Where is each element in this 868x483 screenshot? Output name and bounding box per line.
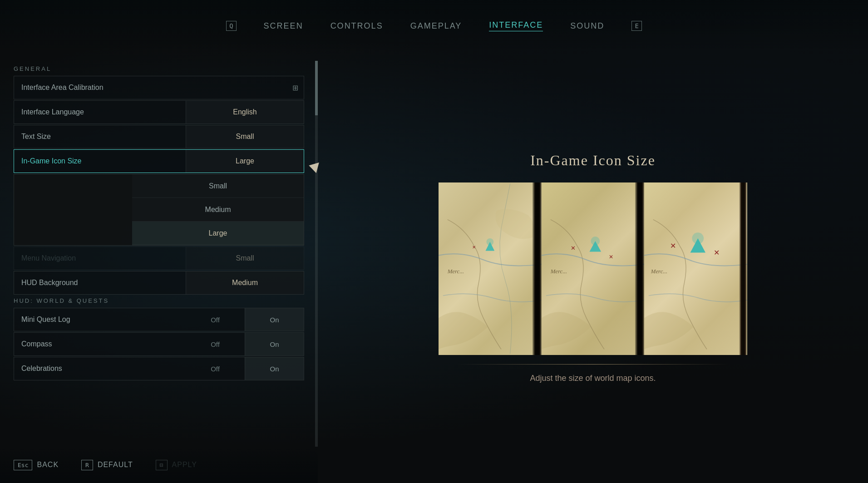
preview-description: Adjust the size of world map icons. bbox=[530, 374, 656, 383]
nav-item-controls[interactable]: Controls bbox=[330, 21, 383, 31]
setting-value-text-size: Small bbox=[186, 125, 304, 148]
map-preview: Merc... ✕ bbox=[439, 182, 747, 355]
setting-label-text-size: Text Size bbox=[14, 133, 186, 141]
setting-label-interface-lang: Interface Language bbox=[14, 108, 186, 116]
toggle-on-mini-quest[interactable]: On bbox=[245, 308, 304, 331]
nav-left-bracket: Q bbox=[226, 21, 236, 31]
toggle-on-celebrations[interactable]: On bbox=[245, 357, 304, 380]
setting-row-interface-lang[interactable]: Interface Language English bbox=[14, 100, 304, 124]
preview-panel: In-Game Icon Size bbox=[318, 52, 868, 483]
svg-text:✕: ✕ bbox=[609, 254, 613, 260]
map-panel-small: Merc... ✕ bbox=[439, 182, 542, 355]
nav-item-interface[interactable]: Interface bbox=[489, 20, 543, 31]
setting-row-text-size[interactable]: Text Size Small bbox=[14, 125, 304, 148]
apply-button[interactable]: ⊟ Apply bbox=[156, 460, 197, 470]
toggle-label-mini-quest: Mini Quest Log bbox=[14, 315, 186, 324]
svg-text:✕: ✕ bbox=[714, 249, 720, 256]
scrollbar-thumb[interactable] bbox=[315, 61, 318, 115]
map-bg-large: Merc... ✕ ✕ bbox=[644, 182, 747, 355]
setting-label-hud-bg: HUD Background bbox=[14, 279, 186, 287]
map-panel-large: Merc... ✕ ✕ bbox=[644, 182, 747, 355]
svg-point-6 bbox=[591, 237, 600, 246]
setting-label-interface-area: Interface Area Calibration bbox=[14, 84, 292, 92]
toggle-row-mini-quest[interactable]: Mini Quest Log Off On bbox=[14, 308, 304, 331]
panel-divider-1 bbox=[533, 182, 542, 355]
setting-value-hud-bg: Medium bbox=[186, 271, 304, 294]
toggle-off-mini-quest: Off bbox=[186, 316, 245, 324]
panel-divider-2 bbox=[635, 182, 644, 355]
left-bracket-key[interactable]: Q bbox=[226, 21, 236, 31]
setting-label-menu-nav: Menu Navigation bbox=[14, 254, 186, 262]
svg-text:Merc...: Merc... bbox=[447, 268, 464, 274]
default-key: R bbox=[81, 460, 93, 470]
nav-item-gameplay[interactable]: Gameplay bbox=[410, 21, 462, 31]
preview-separator bbox=[457, 364, 729, 365]
apply-key: ⊟ bbox=[156, 460, 168, 470]
apply-label: Apply bbox=[172, 461, 197, 469]
calibration-icon: ⊞ bbox=[292, 84, 304, 92]
back-label: Back bbox=[37, 461, 59, 469]
dropdown-option-large[interactable]: Large bbox=[132, 222, 304, 245]
setting-row-hud-bg[interactable]: HUD Background Medium bbox=[14, 271, 304, 295]
setting-value-interface-lang: English bbox=[186, 101, 304, 123]
setting-row-interface-area[interactable]: Interface Area Calibration ⊞ bbox=[14, 76, 304, 99]
default-button[interactable]: R Default bbox=[81, 460, 133, 470]
toggle-off-compass: Off bbox=[186, 340, 245, 348]
nav-item-screen[interactable]: Screen bbox=[264, 21, 303, 31]
section-hud-label: HUD: World & Quests bbox=[14, 297, 304, 304]
scrollbar[interactable] bbox=[315, 61, 318, 447]
toggle-label-compass: Compass bbox=[14, 340, 186, 348]
preview-title: In-Game Icon Size bbox=[530, 152, 656, 169]
back-key: Esc bbox=[14, 460, 32, 470]
dropdown-option-medium[interactable]: Medium bbox=[132, 198, 304, 222]
map-bg-medium: Merc... ✕ ✕ bbox=[542, 182, 645, 355]
svg-text:Merc...: Merc... bbox=[550, 268, 567, 274]
svg-text:✕: ✕ bbox=[571, 244, 576, 251]
nav-right-bracket: E bbox=[631, 21, 641, 31]
back-button[interactable]: Esc Back bbox=[14, 460, 59, 470]
bottom-bar: Esc Back R Default ⊟ Apply bbox=[0, 447, 318, 483]
svg-text:✕: ✕ bbox=[472, 244, 476, 249]
svg-point-2 bbox=[486, 238, 493, 245]
setting-value-icon-size: Large bbox=[186, 150, 304, 172]
toggle-row-compass[interactable]: Compass Off On bbox=[14, 332, 304, 356]
default-label: Default bbox=[98, 461, 133, 469]
settings-panel: General Interface Area Calibration ⊞ Int… bbox=[0, 52, 318, 483]
svg-text:Merc...: Merc... bbox=[651, 268, 667, 274]
map-panel-medium: Merc... ✕ ✕ bbox=[542, 182, 645, 355]
toggle-label-celebrations: Celebrations bbox=[14, 365, 186, 373]
top-navigation: Q Screen Controls Gameplay Interface Sou… bbox=[0, 0, 868, 52]
setting-row-icon-size[interactable]: In-Game Icon Size Large bbox=[14, 149, 304, 173]
right-bracket-key[interactable]: E bbox=[631, 21, 641, 31]
setting-row-menu-nav[interactable]: Menu Navigation Small bbox=[14, 246, 304, 270]
svg-text:✕: ✕ bbox=[671, 242, 676, 249]
icon-size-dropdown: Small Medium Large bbox=[14, 174, 304, 246]
toggle-row-celebrations[interactable]: Celebrations Off On bbox=[14, 357, 304, 380]
setting-value-menu-nav: Small bbox=[186, 247, 304, 270]
dropdown-option-small[interactable]: Small bbox=[132, 174, 304, 198]
map-panels: Merc... ✕ bbox=[439, 182, 747, 355]
toggle-off-celebrations: Off bbox=[186, 365, 245, 373]
nav-item-sound[interactable]: Sound bbox=[570, 21, 604, 31]
setting-label-icon-size: In-Game Icon Size bbox=[14, 157, 186, 165]
section-general-label: General bbox=[14, 65, 304, 72]
toggle-on-compass[interactable]: On bbox=[245, 333, 304, 355]
main-content: General Interface Area Calibration ⊞ Int… bbox=[0, 52, 868, 483]
map-bg-small: Merc... ✕ bbox=[439, 182, 542, 355]
svg-point-11 bbox=[692, 232, 704, 244]
